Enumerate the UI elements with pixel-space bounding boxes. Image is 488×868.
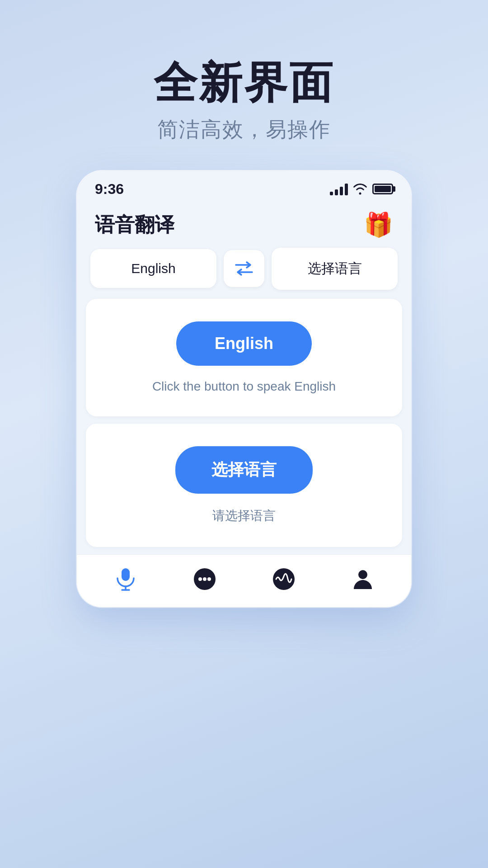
app-header: 语音翻译 🎁 [77, 202, 411, 248]
nav-waveform[interactable] [270, 566, 297, 593]
status-icons [330, 183, 393, 195]
status-bar: 9:36 [77, 171, 411, 202]
profile-icon [349, 566, 376, 593]
phone-frame: 9:36 语音翻译 🎁 English [77, 171, 411, 607]
app-title: 语音翻译 [95, 212, 174, 238]
target-language-button[interactable]: 选择语言 [272, 248, 398, 290]
hero-title: 全新界面 [154, 59, 334, 107]
waveform-icon [270, 566, 297, 593]
signal-icon [330, 183, 348, 195]
source-panel: English Click the button to speak Englis… [86, 299, 402, 416]
source-panel-hint: Click the button to speak English [152, 379, 336, 394]
svg-point-4 [198, 577, 202, 581]
mic-icon [112, 566, 139, 593]
svg-point-8 [358, 570, 367, 579]
chat-icon [191, 566, 218, 593]
status-time: 9:36 [95, 181, 124, 198]
panels-container: English Click the button to speak Englis… [77, 299, 411, 554]
hero-subtitle: 简洁高效，易操作 [157, 116, 331, 144]
target-panel-hint: 请选择语言 [212, 507, 276, 524]
nav-mic[interactable] [112, 566, 139, 593]
speak-target-button[interactable]: 选择语言 [175, 446, 313, 494]
svg-rect-0 [122, 568, 130, 581]
source-language-button[interactable]: English [90, 249, 216, 288]
bottom-nav [77, 554, 411, 607]
svg-point-6 [207, 577, 211, 581]
nav-chat[interactable] [191, 566, 218, 593]
hero-section: 全新界面 简洁高效，易操作 [0, 0, 488, 171]
battery-icon [372, 184, 393, 194]
target-panel: 选择语言 请选择语言 [86, 424, 402, 547]
language-selector-row: English 选择语言 [77, 248, 411, 299]
swap-language-button[interactable] [224, 250, 264, 287]
speak-english-button[interactable]: English [176, 321, 312, 366]
svg-point-5 [203, 577, 206, 581]
wifi-icon [352, 183, 368, 195]
gift-icon[interactable]: 🎁 [364, 211, 393, 239]
swap-icon [234, 260, 254, 277]
nav-profile[interactable] [349, 566, 376, 593]
